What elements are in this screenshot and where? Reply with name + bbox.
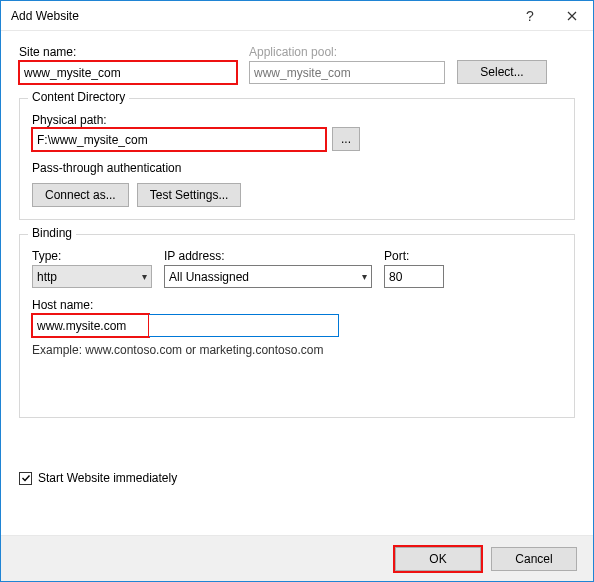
check-icon (21, 473, 31, 483)
physical-path-label: Physical path: (32, 113, 107, 127)
content-directory-group: Content Directory Physical path: ... Pas… (19, 98, 575, 220)
dialog-body: Site name: Application pool: Select... C… (1, 31, 593, 535)
host-name-input[interactable] (33, 315, 149, 336)
test-settings-button[interactable]: Test Settings... (137, 183, 242, 207)
physical-path-input[interactable] (32, 128, 326, 151)
window-title: Add Website (11, 9, 509, 23)
chevron-down-icon: ▾ (362, 271, 367, 282)
ip-value: All Unassigned (169, 270, 249, 284)
cancel-button[interactable]: Cancel (491, 547, 577, 571)
browse-path-button[interactable]: ... (332, 127, 360, 151)
type-select[interactable]: http ▾ (32, 265, 152, 288)
site-name-input[interactable] (19, 61, 237, 84)
titlebar: Add Website ? (1, 1, 593, 31)
pass-through-label: Pass-through authentication (32, 161, 562, 175)
binding-group: Binding Type: http ▾ IP address: All Una… (19, 234, 575, 418)
port-input[interactable] (384, 265, 444, 288)
host-name-input-ext[interactable] (149, 314, 339, 337)
app-pool-input (249, 61, 445, 84)
chevron-down-icon: ▾ (142, 271, 147, 282)
content-directory-legend: Content Directory (28, 90, 129, 104)
type-label: Type: (32, 249, 152, 263)
ok-button[interactable]: OK (395, 547, 481, 571)
ip-label: IP address: (164, 249, 372, 263)
connect-as-button[interactable]: Connect as... (32, 183, 129, 207)
select-pool-button[interactable]: Select... (457, 60, 547, 84)
host-example-text: Example: www.contoso.com or marketing.co… (32, 343, 562, 357)
site-name-label: Site name: (19, 45, 237, 59)
help-button[interactable]: ? (509, 1, 551, 30)
start-immediately-checkbox[interactable] (19, 472, 32, 485)
start-immediately-label: Start Website immediately (38, 471, 177, 485)
add-website-dialog: Add Website ? Site name: Application poo… (0, 0, 594, 582)
binding-legend: Binding (28, 226, 76, 240)
dialog-footer: OK Cancel (1, 535, 593, 581)
ip-select[interactable]: All Unassigned ▾ (164, 265, 372, 288)
app-pool-label: Application pool: (249, 45, 445, 59)
close-icon (567, 11, 577, 21)
close-button[interactable] (551, 1, 593, 30)
type-value: http (37, 270, 57, 284)
host-name-label: Host name: (32, 298, 562, 312)
port-label: Port: (384, 249, 444, 263)
